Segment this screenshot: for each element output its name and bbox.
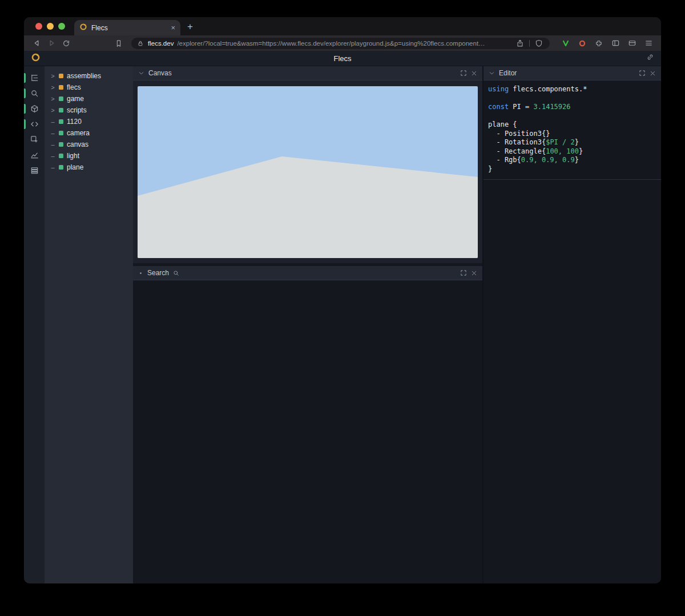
search-panel-header: Search: [133, 266, 482, 280]
code-token: PI =: [513, 103, 533, 111]
tree-item-canvas[interactable]: –canvas: [45, 139, 133, 150]
3d-canvas-viewport[interactable]: [138, 86, 478, 258]
fullscreen-icon[interactable]: [460, 70, 467, 77]
expand-arrow-icon[interactable]: >: [50, 73, 55, 79]
traffic-lights: [24, 23, 74, 35]
brave-shield-icon[interactable]: [533, 39, 545, 47]
browser-window: Flecs × + flecs.dev /explorer/?local=tru…: [24, 17, 661, 583]
code-token: const: [488, 103, 513, 111]
code-token: - Rotation3{: [488, 138, 546, 146]
app-header: Flecs: [24, 51, 661, 66]
code-token: $PI / 2: [546, 138, 575, 146]
tree-item-scripts[interactable]: >scripts: [45, 104, 133, 116]
back-button[interactable]: [31, 39, 42, 47]
sidebar-toggle-icon[interactable]: [610, 39, 621, 47]
code-line[interactable]: - Rgb{0.9, 0.9, 0.9}: [488, 156, 656, 165]
flecs-logo-icon[interactable]: [31, 53, 41, 65]
query-search-icon[interactable]: [24, 86, 45, 101]
code-line[interactable]: - Position3{}: [488, 130, 656, 139]
entity-tree-panel: >assemblies>flecs>game>scripts–1120–came…: [45, 66, 133, 583]
share-link-icon[interactable]: [646, 53, 654, 63]
tree-item-label: game: [67, 95, 84, 103]
leaf-dash-icon: –: [50, 118, 55, 125]
canvas-panel-header: Canvas: [133, 66, 482, 80]
window-zoom-button[interactable]: [58, 23, 65, 30]
tree-item-label: 1120: [67, 118, 82, 126]
reload-button[interactable]: [61, 39, 72, 47]
window-minimize-button[interactable]: [47, 23, 54, 30]
tree-item-assemblies[interactable]: >assemblies: [45, 70, 133, 82]
code-token: - Rgb{: [488, 156, 521, 164]
entity-color-swatch: [59, 154, 63, 158]
inspector-icon[interactable]: [24, 132, 45, 147]
stats-chart-icon[interactable]: [24, 147, 45, 163]
tab-strip: Flecs × +: [24, 17, 661, 35]
modules-cube-icon[interactable]: [24, 101, 45, 116]
leaf-dash-icon: –: [50, 130, 55, 136]
close-icon[interactable]: [650, 70, 656, 77]
tab-title: Flecs: [91, 24, 167, 32]
tree-item-plane[interactable]: –plane: [45, 162, 133, 173]
code-token: - Position3{}: [488, 130, 550, 138]
code-line[interactable]: using flecs.components.*: [488, 85, 656, 94]
tree-item-game[interactable]: >game: [45, 93, 133, 104]
code-line[interactable]: - Rectangle{100, 100}: [488, 147, 656, 156]
extension-v-icon[interactable]: [560, 39, 571, 47]
tree-item-light[interactable]: –light: [45, 150, 133, 162]
close-icon[interactable]: [471, 70, 477, 77]
tree-item-label: camera: [67, 129, 90, 137]
script-code-icon[interactable]: [24, 116, 45, 132]
code-token: - Rectangle{: [488, 147, 546, 155]
code-line[interactable]: }: [488, 165, 656, 174]
ground-plane: [138, 156, 478, 258]
code-editor[interactable]: using flecs.components.*const PI = 3.141…: [483, 80, 661, 180]
tab-close-icon[interactable]: ×: [171, 23, 175, 32]
code-line[interactable]: const PI = 3.1415926: [488, 103, 656, 112]
browser-tab[interactable]: Flecs ×: [74, 20, 180, 35]
wallet-icon[interactable]: [626, 39, 638, 47]
entity-color-swatch: [59, 74, 63, 78]
tree-item-camera[interactable]: –camera: [45, 127, 133, 139]
chevron-down-icon[interactable]: [138, 70, 144, 77]
fullscreen-icon[interactable]: [639, 70, 646, 77]
window-close-button[interactable]: [35, 23, 42, 30]
extension-red-dot-icon[interactable]: [577, 39, 588, 47]
expand-arrow-icon[interactable]: >: [50, 84, 55, 91]
url-host: flecs.dev: [148, 40, 174, 47]
menu-icon[interactable]: [643, 39, 654, 47]
expand-arrow-icon[interactable]: >: [50, 95, 55, 102]
entity-tree-icon[interactable]: [24, 70, 45, 86]
forward-button[interactable]: [46, 39, 57, 47]
chevron-down-icon[interactable]: [489, 70, 495, 77]
tree-item-label: light: [67, 152, 79, 160]
new-tab-button[interactable]: +: [180, 21, 200, 35]
code-token: 0.9, 0.9, 0.9: [521, 156, 575, 164]
main-empty-area: [133, 280, 482, 583]
tree-item-flecs[interactable]: >flecs: [45, 82, 133, 93]
code-line[interactable]: [488, 94, 656, 103]
code-token: using: [488, 85, 513, 93]
code-line[interactable]: - Rotation3{$PI / 2}: [488, 138, 656, 147]
collapsed-bullet-icon[interactable]: [138, 271, 143, 276]
extensions-puzzle-icon[interactable]: [593, 39, 605, 47]
code-token: }: [575, 138, 579, 146]
url-path: /explorer/?local=true&wasm=https://www.f…: [177, 40, 511, 47]
close-icon[interactable]: [471, 270, 477, 276]
editor-panel-title: Editor: [499, 69, 517, 77]
fullscreen-icon[interactable]: [460, 269, 467, 276]
extension-area: [557, 39, 654, 47]
tree-item-label: plane: [67, 163, 83, 171]
code-token: 100, 100: [546, 147, 579, 155]
address-bar[interactable]: flecs.dev /explorer/?local=true&wasm=htt…: [131, 38, 550, 49]
code-line[interactable]: plane {: [488, 120, 656, 130]
tree-item-label: assemblies: [67, 72, 101, 80]
tables-icon[interactable]: [24, 163, 45, 178]
3d-scene: [138, 86, 478, 258]
code-line[interactable]: [488, 112, 656, 121]
tree-item-1120[interactable]: –1120: [45, 116, 133, 127]
expand-arrow-icon[interactable]: >: [50, 107, 55, 114]
main-column: Canvas Search: [133, 66, 482, 583]
search-icon: [173, 270, 179, 276]
bookmark-icon[interactable]: [113, 39, 124, 47]
share-icon[interactable]: [514, 39, 526, 47]
